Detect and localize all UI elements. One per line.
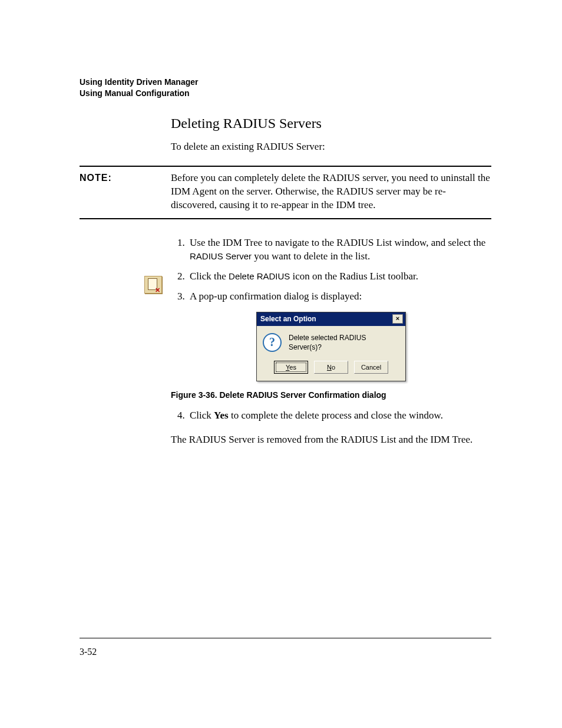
step-1: Use the IDM Tree to navigate to the RADI… [187,236,491,264]
step-4: Click Yes to complete the delete process… [187,409,491,423]
no-rest: o [332,364,335,371]
step-4-text-a: Click [190,410,214,421]
dialog-title-text: Select an Option [260,314,316,324]
post-text: The RADIUS Server is removed from the RA… [171,433,491,447]
close-icon[interactable]: × [392,314,403,324]
step-1-text-c: you want to delete in the list. [252,251,370,262]
note-label: NOTE: [80,173,171,183]
section-title: Deleting RADIUS Servers [171,116,491,131]
page-number: 3-52 [80,647,97,657]
running-header: Using Identity Driven Manager Using Manu… [80,77,491,99]
step-3: A pop-up confirmation dialog is displaye… [187,289,491,304]
yes-rest: es [289,364,296,371]
steps-list: Use the IDM Tree to navigate to the RADI… [171,236,491,304]
step-2-term: Delete RADIUS [229,271,290,281]
yes-button[interactable]: Yes [274,361,308,374]
figure-caption: Figure 3-36. Delete RADIUS Server Confir… [171,390,491,401]
dialog-figure: Select an Option × ? Delete selected RAD… [256,312,406,381]
steps-row: ✕ Use the IDM Tree to navigate to the RA… [80,236,491,457]
steps-list-cont: Click Yes to complete the delete process… [171,409,491,423]
step-3-text: A pop-up confirmation dialog is displaye… [190,291,362,302]
dialog-body: ? Delete selected RADIUS Server(s)? [257,326,405,358]
no-button[interactable]: No [314,361,348,374]
step-1-term: RADIUS Server [190,251,252,261]
note-body: Before you can completely delete the RAD… [171,172,491,212]
step-2-text-c: icon on the Radius List toolbar. [290,271,418,282]
cancel-button[interactable]: Cancel [354,361,388,374]
note-block: NOTE: Before you can completely delete t… [80,166,491,219]
running-header-line1: Using Identity Driven Manager [80,77,491,88]
delete-radius-icon: ✕ [144,276,162,294]
step-2: Click the Delete RADIUS icon on the Radi… [187,269,491,284]
step-4-text-c: to complete the delete process and close… [229,410,443,421]
dialog-titlebar: Select an Option × [257,312,405,326]
running-header-line2: Using Manual Configuration [80,88,491,99]
no-mnemonic: N [327,364,332,371]
question-icon: ? [263,333,282,352]
dialog-message: Delete selected RADIUS Server(s)? [289,333,399,353]
page: Using Identity Driven Manager Using Manu… [0,0,562,728]
page-footer: 3-52 [80,638,491,657]
intro-text: To delete an existing RADIUS Server: [171,141,491,153]
step-4-term: Yes [214,410,229,421]
step-2-text-a: Click the [190,271,229,282]
title-row: Deleting RADIUS Servers To delete an exi… [80,116,491,166]
confirmation-dialog: Select an Option × ? Delete selected RAD… [256,312,406,381]
dialog-button-row: Yes No Cancel [257,357,405,381]
step-1-text-a: Use the IDM Tree to navigate to the RADI… [190,237,485,248]
